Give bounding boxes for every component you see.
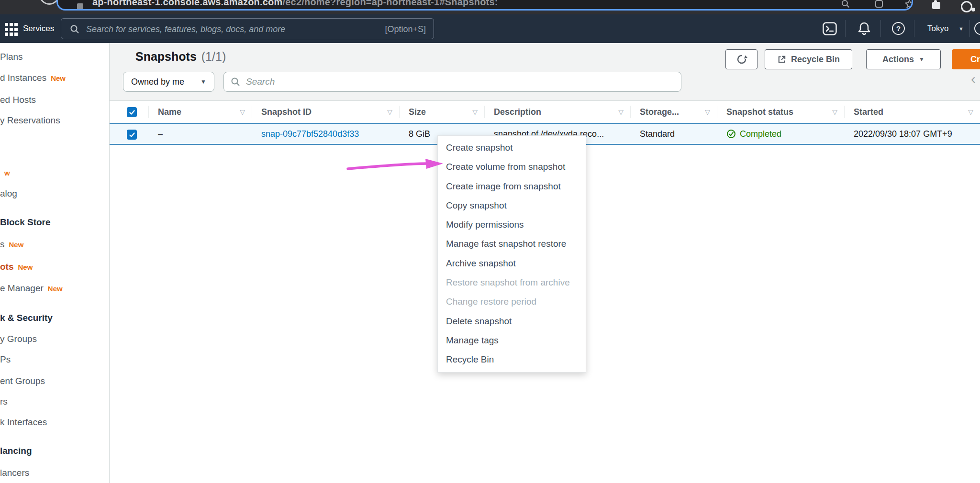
sidebar-item[interactable]: lancers (0, 468, 110, 479)
sidebar-item[interactable]: w (0, 167, 110, 179)
column-header-size[interactable]: Size▽ (399, 101, 484, 123)
sidebar-item[interactable]: Ps (0, 354, 110, 366)
select-all-checkbox[interactable] (127, 107, 137, 117)
sidebar-item[interactable]: k Interfaces (0, 417, 110, 428)
global-search[interactable]: Search for services, features, blogs, do… (61, 18, 434, 39)
cloudshell-icon[interactable] (823, 22, 837, 37)
url-text: ap-northeast-1.console.aws.amazon.com/ec… (92, 0, 498, 8)
refresh-button[interactable] (725, 49, 757, 69)
column-header-label: Snapshot ID (261, 107, 312, 117)
new-badge: New (48, 285, 63, 293)
menu-item[interactable]: Copy snapshot (438, 196, 586, 215)
column-divider (630, 106, 631, 118)
services-menu[interactable]: Services (23, 24, 54, 33)
column-filter-icon[interactable]: ▽ (618, 108, 624, 116)
account-menu-icon[interactable] (974, 22, 980, 35)
check-icon (129, 132, 135, 138)
column-filter-icon[interactable]: ▽ (472, 108, 478, 116)
browser-search-icon[interactable] (841, 0, 850, 11)
sidebar-item[interactable]: d InstancesNew (0, 73, 110, 84)
services-grid-icon[interactable] (5, 23, 18, 36)
search-icon (70, 24, 79, 34)
browser-url-bar[interactable]: ap-northeast-1.console.aws.amazon.com/ec… (56, 0, 913, 11)
result-count: (1/1) (201, 50, 226, 63)
notifications-bell-icon[interactable] (857, 21, 871, 38)
region-selector[interactable]: Tokyo (927, 24, 948, 33)
sidebar-item-label: y Groups (0, 334, 37, 344)
sidebar-item-label: lancing (0, 446, 32, 456)
new-badge: New (18, 263, 33, 271)
column-divider (717, 106, 717, 118)
ownership-filter-dropdown[interactable]: Owned by me ▼ (123, 72, 214, 92)
menu-item[interactable]: Create volume from snapshot (438, 157, 586, 176)
menu-item[interactable]: Modify permissions (438, 215, 586, 234)
sidebar-item[interactable]: rs (0, 396, 110, 408)
sidebar-item[interactable]: e ManagerNew (0, 283, 110, 295)
sidebar-item-label: ent Groups (0, 376, 45, 386)
new-badge: New (9, 241, 24, 249)
sidebar-item[interactable]: y Reservations (0, 115, 110, 127)
column-header-status[interactable]: Snapshot status▽ (717, 101, 844, 123)
bookmark-star-icon[interactable] (905, 0, 913, 11)
pagination-prev-icon[interactable]: ‹ (971, 71, 976, 87)
create-snapshot-button[interactable]: Cre (952, 49, 980, 69)
sidebar-item[interactable]: ed Hosts (0, 95, 110, 106)
site-security-icon (77, 3, 83, 10)
recycle-bin-button[interactable]: Recycle Bin (765, 49, 852, 69)
column-header-description[interactable]: Description▽ (484, 101, 630, 123)
nav-divider (845, 20, 846, 37)
row-checkbox[interactable] (127, 130, 137, 140)
sidebar-item[interactable]: Plans (0, 52, 110, 63)
sidebar: Plansd InstancesNewed Hostsy Reservation… (0, 43, 110, 483)
menu-item[interactable]: Create snapshot (438, 138, 586, 157)
page-title-text: Snapshots (135, 50, 197, 63)
sidebar-item-label: lancers (0, 468, 29, 478)
new-badge: New (51, 74, 66, 82)
cell-value: Completed (740, 129, 781, 139)
chevron-down-icon: ▼ (200, 78, 206, 85)
column-filter-icon[interactable]: ▽ (387, 108, 392, 116)
column-filter-icon[interactable]: ▽ (705, 108, 710, 116)
profile-avatar[interactable] (961, 1, 972, 12)
column-header-label: Started (854, 107, 883, 117)
sidebar-item[interactable]: ent Groups (0, 376, 110, 387)
sidebar-item-label: k Interfaces (0, 417, 47, 427)
column-header-snapshot_id[interactable]: Snapshot ID▽ (252, 101, 399, 123)
menu-item[interactable]: Delete snapshot (438, 312, 586, 331)
page-title: Snapshots(1/1) (135, 50, 226, 64)
cell-status: Completed (717, 124, 844, 144)
actions-button[interactable]: Actions ▼ (866, 49, 941, 69)
menu-item[interactable]: Manage fast snapshot restore (438, 234, 586, 253)
url-path: /ec2/home?region=ap-northeast-1#Snapshot… (283, 0, 498, 7)
cell-name: – (148, 124, 252, 144)
search-input[interactable] (246, 77, 674, 87)
profile-status-dot (971, 8, 975, 11)
browser-tab-icon[interactable] (875, 0, 883, 11)
menu-item[interactable]: Recycle Bin (438, 350, 586, 369)
region-caret-icon: ▼ (958, 26, 964, 32)
sidebar-item-label: ots (0, 262, 14, 272)
sidebar-item[interactable]: y Groups (0, 334, 110, 345)
menu-item[interactable]: Manage tags (438, 331, 586, 350)
column-filter-icon[interactable]: ▽ (240, 108, 245, 116)
annotation-arrow (342, 158, 445, 174)
column-header-name[interactable]: Name▽ (148, 101, 252, 123)
cell-snapshot_id[interactable]: snap-09c77bf52840d3f33 (252, 124, 399, 144)
snapshot-search-box[interactable] (223, 72, 681, 92)
sidebar-item-label: y Reservations (0, 115, 60, 125)
cell-value: 8 GiB (409, 129, 430, 139)
column-header-started[interactable]: Started▽ (844, 101, 980, 123)
sidebar-item[interactable]: alog (0, 188, 110, 200)
column-filter-icon[interactable]: ▽ (832, 108, 837, 116)
menu-item[interactable]: Create image from snapshot (438, 177, 586, 196)
column-header-storage_tier[interactable]: Storage...▽ (630, 101, 717, 123)
column-filter-icon[interactable]: ▽ (968, 108, 973, 116)
snapshot-actions-context-menu: Create snapshotCreate volume from snapsh… (437, 135, 586, 373)
extension-icon[interactable] (932, 2, 940, 9)
column-header-label: Description (494, 107, 541, 117)
menu-item[interactable]: Archive snapshot (438, 254, 586, 273)
help-icon[interactable]: ? (892, 22, 905, 35)
sidebar-item[interactable]: otsNew (0, 262, 110, 273)
cell-value: 2022/09/30 18:07 GMT+9 (854, 129, 952, 139)
sidebar-item[interactable]: sNew (0, 239, 110, 251)
